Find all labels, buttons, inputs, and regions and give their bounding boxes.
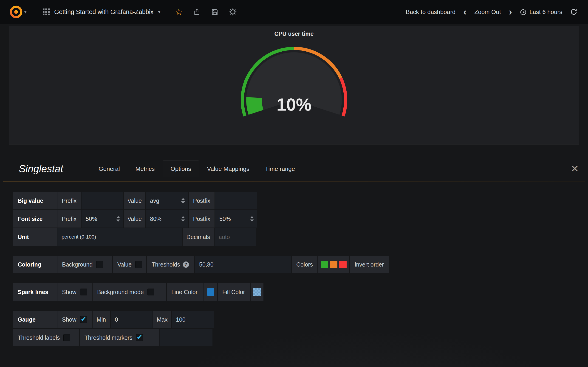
stepper-arrows-icon (181, 198, 185, 203)
decimals-label: Decimals (183, 228, 214, 246)
value-checkbox[interactable] (135, 261, 142, 268)
gear-icon[interactable] (229, 8, 237, 16)
coloring-value-cell: Value (113, 256, 146, 273)
tab-value-mappings[interactable]: Value Mappings (199, 161, 257, 177)
dashboard-grid-icon (43, 8, 50, 15)
colors-label: Colors (292, 256, 317, 273)
big-value-prefix-input[interactable] (82, 192, 123, 209)
big-value-postfix-input[interactable] (215, 192, 257, 209)
tab-options[interactable]: Options (163, 161, 199, 177)
chevron-left-icon[interactable]: ‹ (463, 8, 467, 16)
editor-header: Singlestat General Metrics Options Value… (0, 157, 588, 180)
threshold-markers-cell: Threshold markers (80, 329, 159, 346)
decimals-input-cell (215, 228, 256, 246)
clock-icon (520, 8, 527, 15)
thresholds-label: Thresholds (152, 261, 180, 268)
min-input-cell (111, 311, 153, 328)
threshold-labels-checkbox[interactable] (63, 334, 70, 341)
line-color-swatch[interactable] (207, 288, 214, 296)
back-to-dashboard-button[interactable]: Back to dashboard (406, 8, 456, 16)
gauge-value-band (246, 97, 263, 115)
prefix-input-cell (82, 192, 123, 209)
postfix-label: Postfix (189, 210, 215, 227)
threshold-markers-checkbox[interactable] (136, 334, 143, 341)
thresholds-cell: Thresholds ? (147, 256, 194, 273)
gauge-min-input[interactable] (111, 311, 153, 328)
spark-show-checkbox[interactable] (80, 289, 87, 295)
star-icon[interactable]: ☆ (175, 8, 183, 16)
unit-picker[interactable]: percent (0-100) (61, 234, 96, 240)
value-font-size-select[interactable]: 80% (146, 210, 188, 227)
gauge-show-checkbox[interactable] (80, 316, 87, 323)
tab-metrics[interactable]: Metrics (128, 161, 163, 177)
min-label: Min (93, 311, 110, 328)
decimals-input[interactable] (215, 228, 256, 246)
time-range-label: Last 6 hours (529, 8, 562, 16)
save-icon[interactable] (211, 8, 218, 16)
background-mode-label: Background mode (97, 289, 144, 295)
prefix-label: Prefix (57, 192, 81, 209)
gauge-chart: 10% (9, 39, 579, 130)
stepper-arrows-icon (181, 216, 185, 222)
dashboard-title-dropdown[interactable]: Getting Started with Grafana-Zabbix ▾ (36, 0, 167, 24)
green-swatch[interactable] (321, 261, 328, 268)
prefix-label: Prefix (57, 210, 81, 227)
options-form: Big value Prefix Value avg Postfix (0, 181, 588, 346)
font-size-label: Font size (13, 210, 57, 227)
chevron-down-icon: ▾ (24, 9, 27, 15)
unit-label: Unit (13, 228, 57, 246)
close-icon[interactable]: ✕ (571, 164, 579, 174)
dashboard-toolbar: ☆ (175, 8, 237, 16)
postfix-font-size-selected: 50% (219, 216, 231, 222)
value-options-block: Big value Prefix Value avg Postfix (13, 192, 257, 246)
chevron-down-icon: ▾ (158, 9, 160, 15)
share-icon[interactable] (193, 8, 200, 16)
fill-color-swatch-cell (251, 283, 263, 301)
postfix-label: Postfix (189, 192, 215, 209)
value-label: Value (117, 261, 132, 268)
grafana-app: ▾ Getting Started with Grafana-Zabbix ▾ … (0, 0, 588, 367)
tab-time-range[interactable]: Time range (257, 161, 303, 177)
fill-color-label: Fill Color (218, 283, 250, 301)
invert-order-button[interactable]: invert order (350, 256, 389, 273)
spark-lines-label: Spark lines (13, 283, 57, 301)
gauge-max-input[interactable] (172, 311, 214, 328)
max-input-cell (172, 311, 214, 328)
postfix-input-cell (215, 192, 257, 209)
value-label: Value (124, 192, 145, 209)
fill-color-swatch[interactable] (253, 288, 261, 296)
tab-general[interactable]: General (91, 161, 128, 177)
line-color-label: Line Color (167, 283, 204, 301)
background-checkbox[interactable] (96, 261, 103, 268)
postfix-font-size-select[interactable]: 50% (215, 210, 257, 227)
coloring-block: Coloring Background Value Thresholds ? (13, 256, 588, 273)
dashboard-title: Getting Started with Grafana-Zabbix (54, 8, 153, 16)
refresh-icon[interactable] (570, 8, 578, 16)
grafana-menu-button[interactable]: ▾ (0, 0, 36, 24)
thresholds-input-cell (195, 256, 291, 273)
value-stat-selected: avg (150, 198, 159, 204)
orange-swatch[interactable] (330, 261, 337, 268)
background-mode-checkbox[interactable] (147, 289, 154, 295)
value-label: Value (124, 210, 145, 227)
help-icon[interactable]: ? (183, 261, 189, 268)
stepper-arrows-icon (116, 216, 120, 222)
chevron-right-icon[interactable]: › (509, 8, 512, 16)
big-value-row: Big value Prefix Value avg Postfix (13, 192, 257, 209)
gauge-label: Gauge (13, 311, 57, 328)
color-swatches-cell (318, 256, 349, 273)
spark-lines-block: Spark lines Show Background mode Line Co… (13, 283, 588, 301)
thresholds-input[interactable] (195, 256, 291, 273)
value-font-size-selected: 80% (150, 216, 162, 222)
time-range-picker[interactable]: Last 6 hours (520, 8, 562, 16)
red-swatch[interactable] (339, 261, 346, 268)
zoom-out-button[interactable]: Zoom Out (474, 8, 501, 16)
value-stat-select[interactable]: avg (146, 192, 188, 209)
singlestat-panel: CPU user time 10% (9, 26, 579, 144)
navbar-right: Back to dashboard ‹ Zoom Out › Last 6 ho… (406, 8, 588, 16)
line-color-swatch-cell (204, 283, 217, 301)
coloring-row: Coloring Background Value Thresholds ? (13, 256, 588, 273)
panel-title[interactable]: CPU user time (9, 26, 579, 37)
panel-type-title: Singlestat (19, 163, 63, 175)
prefix-font-size-select[interactable]: 50% (82, 210, 123, 227)
